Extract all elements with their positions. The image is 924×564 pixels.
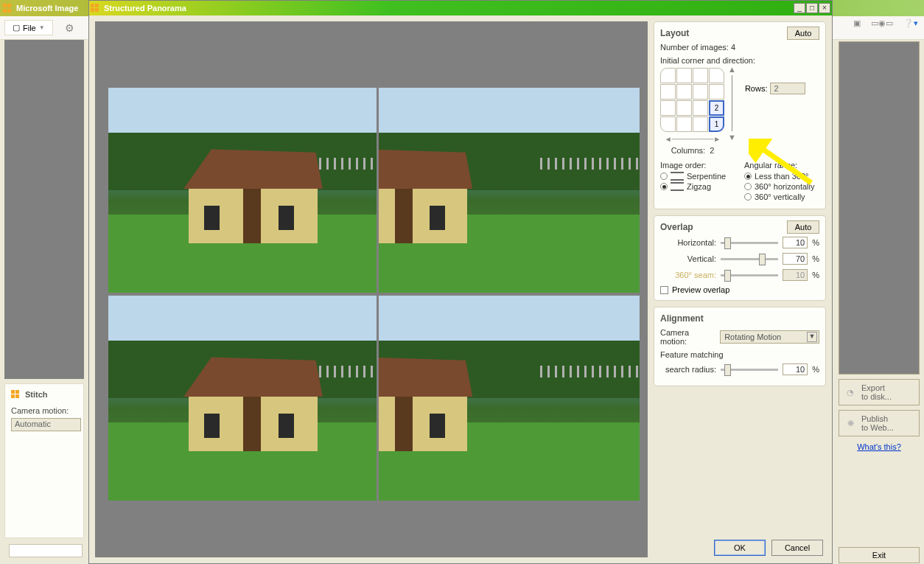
- file-menu-button[interactable]: ▢ File ▼: [4, 20, 53, 35]
- grid-cell-2[interactable]: 2: [709, 100, 724, 116]
- serpentine-icon: [671, 172, 684, 181]
- search-radius-label: search radius:: [660, 365, 716, 374]
- stitch-panel: Stitch Camera motion: Automatic: [4, 383, 84, 538]
- preview-area: [95, 21, 648, 557]
- minimize-button[interactable]: _: [794, 3, 805, 13]
- exit-button[interactable]: Exit: [839, 547, 920, 563]
- camera-motion-value: Rotating Motion: [724, 333, 781, 341]
- image-tile-2[interactable]: [379, 88, 640, 293]
- vertical-label: Vertical:: [660, 254, 716, 263]
- overlap-auto-button[interactable]: Auto: [787, 220, 819, 234]
- initial-corner-label: Initial corner and direction:: [660, 56, 819, 65]
- right-sidebar: ◔ Export to disk... ❋ Publish to Web... …: [839, 41, 920, 563]
- search-radius-input[interactable]: [783, 363, 808, 375]
- layout-group: Layout Auto Number of images: 4 Initial …: [654, 21, 826, 209]
- publish-label: Publish to Web...: [861, 414, 894, 432]
- seam-overlap-row: 360° seam: %: [660, 269, 819, 281]
- overlap-group: Overlap Auto Horizontal: % Vertical: % 3…: [654, 215, 826, 301]
- feature-matching-label: Feature matching: [660, 350, 819, 359]
- web-icon: ❋: [844, 417, 857, 430]
- order-serpentine-radio[interactable]: Serpentine: [660, 172, 735, 181]
- alignment-group: Alignment Camera motion: Rotating Motion…: [654, 307, 826, 386]
- structured-panorama-dialog: Structured Panorama _ □ × Layout Auto Nu…: [88, 0, 833, 564]
- rows-down-arrow-icon: ▼: [728, 133, 736, 142]
- export-button[interactable]: ◔ Export to disk...: [839, 379, 920, 405]
- angular-horiz-radio[interactable]: 360° horizontally: [744, 182, 819, 191]
- chevron-down-icon: ▼: [807, 332, 817, 342]
- left-canvas: [4, 40, 84, 379]
- stitch-icon: [11, 390, 21, 399]
- horizontal-label: Horizontal:: [660, 238, 716, 247]
- ok-button[interactable]: OK: [714, 540, 766, 556]
- angular-vert-radio[interactable]: 360° vertically: [744, 192, 819, 201]
- align-camera-motion-label: Camera motion:: [660, 328, 715, 346]
- crop-icon[interactable]: ▣: [853, 18, 861, 28]
- image-tile-4[interactable]: [379, 296, 640, 501]
- horizontal-slider[interactable]: [721, 242, 778, 244]
- maximize-button[interactable]: □: [806, 3, 818, 13]
- vertical-slider[interactable]: [721, 258, 778, 260]
- gear-icon[interactable]: ⚙: [65, 22, 74, 34]
- rows-up-arrow-icon: ▲: [728, 65, 736, 74]
- dialog-icon: [91, 4, 101, 13]
- stitch-header: Stitch: [11, 390, 77, 399]
- options-panel: Layout Auto Number of images: 4 Initial …: [648, 15, 832, 563]
- new-file-icon: ▢: [13, 23, 20, 32]
- chevron-down-icon: ▼: [39, 24, 45, 31]
- rows-input[interactable]: [770, 83, 805, 94]
- camera-motion-combo-bg[interactable]: Automatic: [11, 418, 81, 431]
- toolbar-right: ▣ ▭◉▭ ❔▾: [853, 18, 918, 28]
- search-radius-row: search radius: %: [660, 363, 819, 375]
- seam-slider: [721, 274, 778, 276]
- image-grid: [108, 88, 640, 501]
- image-tile-1[interactable]: [108, 88, 377, 293]
- image-order-label: Image order:: [660, 161, 735, 170]
- grid-cell-1[interactable]: 1: [709, 116, 724, 132]
- app-title: Microsoft Image: [16, 4, 78, 13]
- num-images-row: Number of images: 4: [660, 43, 819, 52]
- close-button[interactable]: ×: [819, 3, 830, 13]
- corner-direction-grid[interactable]: 2 1: [660, 68, 725, 133]
- num-images-value: 4: [731, 43, 735, 52]
- help-icon[interactable]: ❔▾: [903, 18, 918, 28]
- columns-arrow-icon: ◄────────►: [660, 135, 725, 143]
- stitch-title: Stitch: [25, 390, 48, 399]
- publish-button[interactable]: ❋ Publish to Web...: [839, 410, 920, 436]
- cancel-button[interactable]: Cancel: [771, 540, 823, 556]
- dialog-titlebar[interactable]: Structured Panorama _ □ ×: [89, 1, 832, 15]
- file-menu-label: File: [23, 24, 36, 32]
- columns-value: 2: [710, 146, 714, 155]
- camera-motion-combo[interactable]: Rotating Motion ▼: [720, 330, 819, 344]
- camera-icon[interactable]: ▭◉▭: [871, 18, 893, 28]
- image-tile-3[interactable]: [108, 296, 377, 501]
- right-canvas: [839, 41, 920, 375]
- layout-auto-button[interactable]: Auto: [787, 27, 819, 40]
- horizontal-value-input[interactable]: [783, 237, 808, 248]
- angular-less-radio[interactable]: Less than 360°: [744, 172, 819, 181]
- seam-label: 360° seam:: [660, 271, 716, 279]
- app-icon: [3, 3, 13, 13]
- num-images-label: Number of images:: [660, 43, 729, 52]
- status-input[interactable]: [9, 544, 83, 557]
- preview-overlap-label: Preview overlap: [672, 285, 729, 294]
- preview-overlap-checkbox[interactable]: Preview overlap: [660, 285, 819, 294]
- vertical-value-input[interactable]: [783, 253, 808, 265]
- dialog-title: Structured Panorama: [104, 4, 186, 13]
- alignment-header: Alignment: [660, 313, 819, 324]
- seam-value-input: [783, 269, 808, 281]
- export-label: Export to disk...: [861, 383, 892, 401]
- search-radius-slider[interactable]: [721, 369, 778, 371]
- checkbox-icon: [660, 286, 668, 294]
- dialog-buttons: OK Cancel: [714, 540, 823, 556]
- zigzag-icon: [671, 182, 684, 191]
- columns-label: Columns:: [671, 146, 705, 155]
- rows-label: Rows:: [745, 84, 768, 93]
- angular-range-label: Angular range:: [744, 161, 819, 170]
- disk-icon: ◔: [844, 386, 857, 399]
- vertical-overlap-row: Vertical: %: [660, 253, 819, 265]
- whats-this-link[interactable]: What's this?: [839, 442, 920, 451]
- horizontal-overlap-row: Horizontal: %: [660, 237, 819, 248]
- camera-motion-label: Camera motion:: [11, 406, 77, 415]
- order-zigzag-radio[interactable]: Zigzag: [660, 182, 735, 191]
